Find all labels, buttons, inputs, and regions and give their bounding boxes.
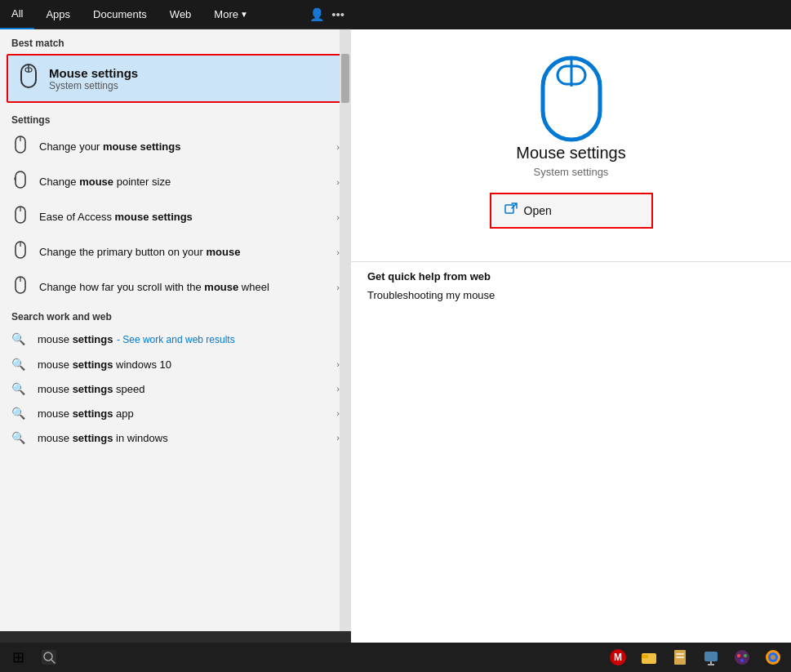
right-title: Mouse settings [516, 144, 626, 162]
open-button[interactable]: Open [491, 194, 651, 227]
settings-item-2[interactable]: Ease of Access mouse settings › [0, 199, 351, 234]
svg-rect-15 [505, 205, 513, 213]
web-item-0[interactable]: 🔍 mouse settings - See work and web resu… [0, 326, 351, 352]
settings-item-1[interactable]: Change mouse pointer size › [0, 164, 351, 199]
web-item-1[interactable]: 🔍 mouse settings windows 10 › [0, 352, 351, 376]
settings-item-4[interactable]: Change how far you scroll with the mouse… [0, 269, 351, 305]
best-match-title: Mouse settings [49, 66, 138, 80]
nav-icons: 👤 ••• [309, 7, 351, 22]
right-panel: Mouse settings System settings Open Get … [351, 29, 791, 672]
taskbar-mcafee-icon[interactable]: M [603, 643, 633, 672]
divider [351, 261, 791, 262]
open-icon [504, 202, 518, 219]
best-match-text: Mouse settings System settings [49, 66, 138, 91]
svg-rect-24 [676, 653, 684, 655]
svg-rect-5 [16, 171, 25, 188]
taskbar-folder-icon[interactable] [634, 643, 664, 672]
tab-apps[interactable]: Apps [34, 0, 82, 29]
scrollbar-thumb[interactable] [341, 54, 349, 103]
ellipsis-icon[interactable]: ••• [331, 7, 344, 21]
mouse-icon [18, 64, 39, 93]
quick-help-title: Get quick help from web [367, 270, 775, 283]
mouse-settings-icon-4 [11, 276, 29, 298]
settings-item-text-2: Ease of Access mouse settings [39, 211, 336, 223]
mouse-settings-icon-3 [11, 241, 29, 263]
right-top: Mouse settings System settings Open [351, 29, 791, 253]
svg-point-29 [735, 650, 749, 665]
search-icon-3: 🔍 [11, 407, 28, 420]
scrollbar-track[interactable] [340, 29, 351, 631]
taskbar-start-icon[interactable]: ⊞ [3, 643, 33, 672]
taskbar-firefox-icon[interactable] [758, 643, 788, 672]
taskbar: ⊞ M [0, 643, 791, 672]
svg-point-32 [740, 659, 744, 662]
tab-all[interactable]: All [0, 0, 34, 29]
best-match-item[interactable]: Mouse settings System settings [7, 54, 344, 103]
svg-point-31 [744, 654, 747, 657]
web-item-content-0: mouse settings - See work and web result… [38, 332, 235, 346]
taskbar-search-icon[interactable] [34, 643, 64, 672]
svg-rect-21 [642, 653, 656, 664]
search-icon-2: 🔍 [11, 382, 28, 395]
left-panel: Best match Mouse settings System setting… [0, 29, 351, 672]
web-item-3[interactable]: 🔍 mouse settings app › [0, 401, 351, 425]
search-icon-0: 🔍 [11, 332, 28, 345]
search-icon-4: 🔍 [11, 431, 28, 444]
person-icon[interactable]: 👤 [309, 7, 325, 22]
search-icon-1: 🔍 [11, 358, 28, 371]
mouse-illustration [535, 54, 608, 144]
search-web-label: Search work and web [0, 305, 351, 326]
right-subtitle: System settings [534, 166, 609, 178]
quick-help-link-0[interactable]: Troubleshooting my mouse [367, 289, 775, 301]
settings-item-text-0: Change your mouse settings [39, 140, 336, 153]
mouse-settings-icon-0 [11, 136, 29, 158]
mouse-settings-icon-2 [11, 206, 29, 228]
tab-documents[interactable]: Documents [82, 0, 158, 29]
settings-item-text-4: Change how far you scroll with the mouse… [39, 281, 336, 293]
top-nav: All Apps Documents Web More ▼ 👤 ••• [0, 0, 351, 29]
settings-item-text-1: Change mouse pointer size [39, 176, 336, 188]
best-match-label: Best match [0, 29, 351, 54]
main-container: Best match Mouse settings System setting… [0, 29, 791, 672]
svg-rect-22 [642, 655, 648, 658]
settings-item-3[interactable]: Change the primary button on your mouse … [0, 234, 351, 269]
settings-item-text-3: Change the primary button on your mouse [39, 246, 336, 258]
open-button-wrapper: Open [490, 193, 653, 229]
tab-web[interactable]: Web [158, 0, 203, 29]
settings-label: Settings [0, 108, 351, 129]
svg-text:M: M [614, 652, 622, 663]
tab-more[interactable]: More ▼ [202, 0, 260, 29]
taskbar-paint-icon[interactable] [727, 643, 757, 672]
quick-help-section: Get quick help from web Troubleshooting … [351, 270, 791, 306]
mouse-settings-icon-1 [11, 171, 29, 193]
taskbar-network-icon[interactable] [696, 643, 726, 672]
web-item-2[interactable]: 🔍 mouse settings speed › [0, 376, 351, 401]
svg-point-30 [737, 654, 740, 657]
svg-rect-26 [704, 652, 718, 661]
svg-rect-25 [676, 656, 684, 658]
settings-item-0[interactable]: Change your mouse settings › [0, 129, 351, 164]
web-item-4[interactable]: 🔍 mouse settings in windows › [0, 425, 351, 450]
more-chevron-icon: ▼ [240, 10, 248, 19]
taskbar-files-icon[interactable] [665, 643, 695, 672]
best-match-subtitle: System settings [49, 80, 138, 91]
svg-point-35 [771, 655, 775, 660]
